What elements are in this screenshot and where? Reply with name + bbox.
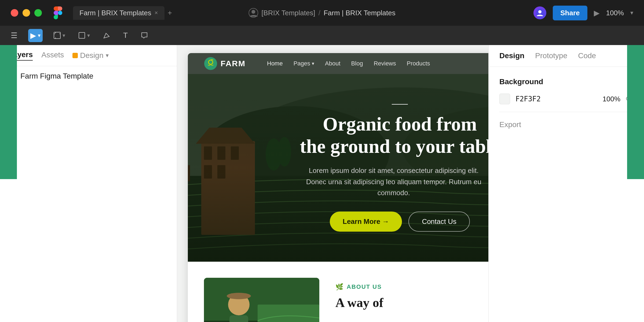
nav-about[interactable]: About (325, 60, 341, 67)
svg-rect-31 (229, 315, 248, 322)
browser-tab[interactable]: Farm | BRIX Templates × (73, 6, 164, 20)
layer-item-farm[interactable]: Farm Figma Template (0, 66, 177, 86)
logo-text: FARM (221, 59, 246, 68)
svg-rect-9 (79, 32, 85, 38)
breadcrumb-org: [BRIX Templates] (261, 9, 315, 17)
svg-point-3 (538, 10, 541, 13)
shape-tool[interactable]: ▾ (76, 29, 92, 41)
section-background-label: Background (499, 77, 633, 86)
svg-rect-33 (231, 293, 247, 299)
right-panel: Design Prototype Code Background F2F3F2 … (488, 45, 644, 322)
about-title: A way of (335, 295, 488, 310)
background-color-row: F2F3F2 100% (499, 94, 633, 104)
share-button[interactable]: Share (553, 6, 587, 20)
avatar[interactable] (533, 6, 546, 19)
tab-prototype[interactable]: Prototype (535, 51, 567, 60)
tab-code[interactable]: Code (578, 51, 596, 60)
toolbar: ☰ ▶ ▾ ▾ ▾ T (0, 26, 644, 45)
tab-design[interactable]: Design (499, 51, 524, 60)
hero-content: Organic food fromthe ground to your tabl… (300, 104, 488, 231)
hero-buttons: Learn More → Contact Us (300, 212, 488, 232)
hero-section: Organic food fromthe ground to your tabl… (188, 74, 488, 262)
tab-add-icon[interactable]: + (168, 9, 172, 17)
about-badge: 🌿 ABOUT US (335, 283, 488, 291)
svg-rect-34 (258, 305, 319, 322)
user-icon (248, 8, 258, 18)
layer-label: Farm Figma Template (20, 72, 93, 80)
right-panel-content: Background F2F3F2 100% Export + (489, 67, 644, 140)
site-logo: FARM (204, 57, 246, 70)
tab-title: Farm | BRIX Templates (79, 9, 151, 17)
nav-blog[interactable]: Blog (351, 60, 363, 67)
tab-close-icon[interactable]: × (155, 9, 158, 16)
titlebar: Farm | BRIX Templates × + [BRIX Template… (0, 0, 644, 26)
text-tool[interactable]: T (121, 29, 130, 42)
panel-tabs: Layers Assets Design ▾ (0, 45, 177, 66)
about-text-area: 🌿 ABOUT US A way of (335, 278, 488, 322)
nav-products[interactable]: Products (407, 60, 430, 67)
nav-reviews[interactable]: Reviews (374, 60, 396, 67)
panel-divider (499, 112, 633, 112)
green-accent-right (627, 45, 644, 179)
color-swatch[interactable] (499, 94, 510, 104)
minimize-button[interactable] (23, 9, 30, 17)
main-layout: Layers Assets Design ▾ Farm Figma Templa… (0, 45, 644, 322)
frame-tool[interactable]: ▾ (51, 29, 67, 41)
website-nav: FARM Home Pages ▾ About Blog Reviews Pro… (188, 53, 488, 74)
tab-area: Farm | BRIX Templates × + (73, 6, 172, 20)
pen-tool[interactable] (101, 29, 112, 41)
hero-divider (392, 104, 408, 105)
color-hex-value[interactable]: F2F3F2 (515, 95, 541, 103)
logo-icon (204, 57, 217, 70)
right-panel-tabs: Design Prototype Code (489, 45, 644, 67)
titlebar-right: Share ▶ 100% ▾ (533, 6, 633, 20)
traffic-lights (11, 9, 42, 17)
learn-more-button[interactable]: Learn More → (330, 212, 402, 232)
zoom-level[interactable]: 100% (606, 9, 624, 17)
close-button[interactable] (11, 9, 18, 17)
hero-subtitle: Lorem ipsum dolor sit amet, consectetur … (300, 165, 488, 199)
svg-rect-4 (54, 32, 60, 39)
contact-us-button[interactable]: Contact Us (408, 212, 470, 232)
about-badge-text: ABOUT US (347, 283, 382, 290)
export-row: Export + (499, 120, 633, 129)
nav-pages[interactable]: Pages ▾ (294, 60, 314, 67)
zoom-chevron-icon[interactable]: ▾ (630, 9, 633, 16)
tab-design[interactable]: Design ▾ (72, 51, 108, 60)
badge-icon: 🌿 (335, 283, 343, 291)
menu-icon[interactable]: ☰ (9, 29, 20, 42)
export-label: Export (499, 120, 521, 129)
nav-links: Home Pages ▾ About Blog Reviews Products (267, 60, 430, 67)
breadcrumb-page: Farm | BRIX Templates (324, 9, 396, 17)
canvas-area: FARM Home Pages ▾ About Blog Reviews Pro… (177, 45, 488, 322)
design-badge-dot (72, 53, 78, 58)
preview-frame: FARM Home Pages ▾ About Blog Reviews Pro… (188, 53, 488, 322)
figma-icon (54, 6, 62, 19)
green-accent-left (0, 45, 17, 179)
comment-tool[interactable] (138, 29, 150, 41)
hero-title: Organic food fromthe ground to your tabl… (300, 113, 488, 158)
select-tool[interactable]: ▶ ▾ (28, 29, 43, 42)
nav-home[interactable]: Home (267, 60, 283, 67)
play-icon[interactable]: ▶ (594, 9, 600, 17)
below-section: 🌿 ABOUT US A way of (188, 262, 488, 322)
fullscreen-button[interactable] (34, 9, 42, 17)
left-panel: Layers Assets Design ▾ Farm Figma Templa… (0, 45, 177, 322)
farmer-image (204, 278, 319, 322)
breadcrumb-separator: / (319, 9, 320, 17)
breadcrumb: [BRIX Templates] / Farm | BRIX Templates (248, 8, 395, 18)
svg-point-10 (204, 57, 217, 70)
tab-assets[interactable]: Assets (41, 51, 64, 60)
color-opacity-value[interactable]: 100% (603, 95, 621, 103)
svg-point-1 (251, 10, 255, 14)
